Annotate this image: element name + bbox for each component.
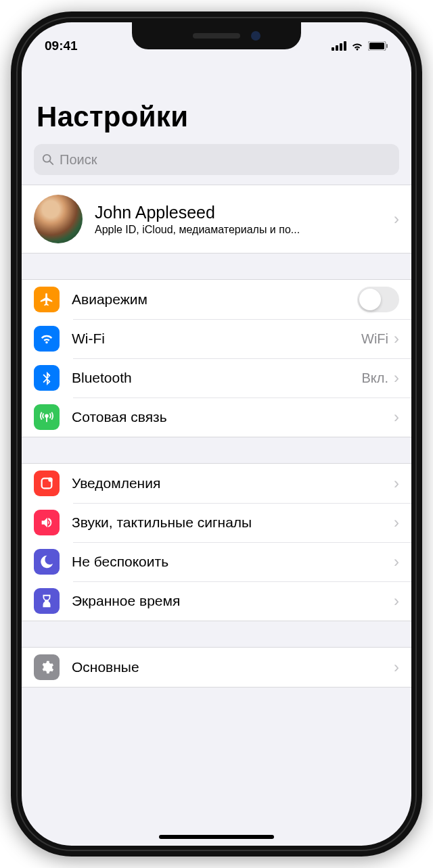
wifi-status-icon bbox=[350, 41, 364, 51]
group-gap bbox=[22, 437, 411, 463]
chevron-right-icon: › bbox=[394, 474, 399, 493]
dnd-row[interactable]: Не беспокоить › bbox=[22, 542, 411, 581]
group-gap bbox=[22, 254, 411, 279]
speaker bbox=[193, 33, 240, 39]
row-label: Основные bbox=[72, 659, 394, 675]
settings-group-connectivity: Авиарежим Wi-Fi WiFi › Bluetooth bbox=[22, 279, 411, 437]
chevron-right-icon: › bbox=[394, 592, 399, 610]
battery-icon bbox=[368, 41, 388, 51]
screen: 09:41 Настройки Поиск John Appleseed bbox=[22, 22, 411, 846]
row-label: Авиарежим bbox=[72, 291, 357, 308]
svg-rect-2 bbox=[340, 43, 342, 51]
status-time: 09:41 bbox=[45, 39, 78, 53]
front-camera bbox=[251, 31, 260, 41]
cellular-row[interactable]: Сотовая связь › bbox=[22, 397, 411, 437]
row-label: Сотовая связь bbox=[72, 409, 394, 425]
cellular-signal-icon bbox=[332, 41, 346, 51]
bluetooth-row[interactable]: Bluetooth Вкл. › bbox=[22, 358, 411, 397]
wifi-icon bbox=[34, 326, 60, 352]
row-value: Вкл. bbox=[361, 370, 388, 386]
sounds-icon bbox=[34, 510, 60, 535]
chevron-right-icon: › bbox=[394, 329, 399, 348]
row-label: Не беспокоить bbox=[72, 554, 394, 570]
svg-point-9 bbox=[45, 414, 48, 417]
search-placeholder: Поиск bbox=[60, 152, 97, 168]
row-value: WiFi bbox=[361, 331, 388, 347]
notifications-row[interactable]: Уведомления › bbox=[22, 464, 411, 503]
row-label: Bluetooth bbox=[72, 370, 361, 386]
avatar bbox=[34, 195, 83, 243]
svg-rect-6 bbox=[386, 44, 388, 48]
profile-sub: Apple ID, iCloud, медиаматериалы и по... bbox=[95, 224, 394, 236]
svg-rect-3 bbox=[344, 41, 346, 51]
screentime-row[interactable]: Экранное время › bbox=[22, 581, 411, 621]
header: Настройки bbox=[22, 60, 411, 139]
profile-text: John Appleseed Apple ID, iCloud, медиама… bbox=[95, 203, 394, 236]
chevron-right-icon: › bbox=[394, 408, 399, 427]
row-label: Уведомления bbox=[72, 475, 394, 491]
airplane-toggle[interactable] bbox=[357, 287, 399, 312]
chevron-right-icon: › bbox=[394, 368, 399, 387]
group-gap bbox=[22, 621, 411, 647]
airplane-row[interactable]: Авиарежим bbox=[22, 280, 411, 319]
svg-rect-0 bbox=[332, 47, 334, 51]
profile-row[interactable]: John Appleseed Apple ID, iCloud, медиама… bbox=[22, 185, 411, 253]
page-title: Настройки bbox=[37, 101, 396, 133]
wifi-row[interactable]: Wi-Fi WiFi › bbox=[22, 319, 411, 358]
settings-group-general: Основные › bbox=[22, 647, 411, 688]
cellular-icon bbox=[34, 404, 60, 430]
svg-line-8 bbox=[50, 162, 53, 165]
row-label: Wi-Fi bbox=[72, 331, 361, 347]
sounds-row[interactable]: Звуки, тактильные сигналы › bbox=[22, 503, 411, 542]
profile-name: John Appleseed bbox=[95, 203, 394, 222]
dnd-icon bbox=[34, 549, 60, 575]
notifications-icon bbox=[34, 471, 60, 496]
content[interactable]: Настройки Поиск John Appleseed Apple ID,… bbox=[22, 60, 411, 846]
settings-group-alerts: Уведомления › Звуки, тактильные сигналы … bbox=[22, 463, 411, 621]
profile-group: John Appleseed Apple ID, iCloud, медиама… bbox=[22, 185, 411, 254]
phone-frame: 09:41 Настройки Поиск John Appleseed bbox=[11, 11, 422, 857]
svg-rect-5 bbox=[369, 43, 384, 49]
general-row[interactable]: Основные › bbox=[22, 648, 411, 687]
search-input[interactable]: Поиск bbox=[34, 144, 399, 175]
row-label: Экранное время bbox=[72, 593, 394, 609]
chevron-right-icon: › bbox=[394, 210, 399, 228]
search-icon bbox=[42, 153, 54, 166]
chevron-right-icon: › bbox=[394, 552, 399, 571]
svg-rect-1 bbox=[336, 45, 338, 51]
screentime-icon bbox=[34, 588, 60, 614]
svg-point-7 bbox=[43, 155, 51, 162]
chevron-right-icon: › bbox=[394, 513, 399, 532]
general-icon bbox=[34, 654, 60, 680]
bluetooth-icon bbox=[34, 365, 60, 391]
airplane-icon bbox=[34, 287, 60, 312]
chevron-right-icon: › bbox=[394, 658, 399, 677]
status-icons bbox=[332, 41, 388, 51]
notch bbox=[132, 22, 301, 49]
row-label: Звуки, тактильные сигналы bbox=[72, 514, 394, 531]
home-indicator[interactable] bbox=[159, 835, 274, 839]
svg-point-12 bbox=[48, 477, 52, 481]
